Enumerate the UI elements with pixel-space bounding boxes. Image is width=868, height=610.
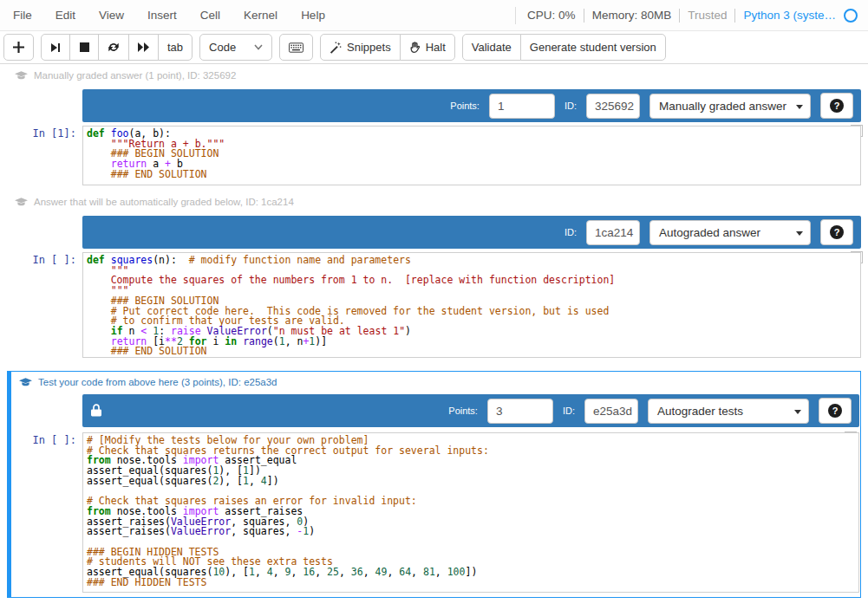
cell2-id-input[interactable] — [586, 220, 640, 245]
cell1-points-input[interactable] — [489, 94, 555, 119]
cell1-gradebar: Points: ID: Manually graded answer ? — [82, 89, 861, 122]
cell3-header-text: Test your code from above here (3 points… — [38, 377, 277, 387]
validate-label: Validate — [472, 41, 512, 54]
cell3-help-button[interactable]: ? — [819, 398, 852, 424]
run-all-button[interactable] — [128, 34, 159, 61]
status-divider — [515, 7, 516, 24]
refresh-icon — [108, 42, 120, 53]
cell1-input-prompt: In [1]: — [0, 127, 76, 140]
notebook-page: File Edit View Insert Cell Kernel Help C… — [0, 0, 868, 610]
cell1-help-button[interactable]: ? — [820, 93, 853, 119]
cell2-input-prompt: In [ ]: — [0, 254, 76, 266]
tab-button-label: tab — [167, 41, 183, 54]
cell2-gradebar: ID: Autograded answer ? — [82, 216, 861, 249]
generate-student-version-button[interactable]: Generate student version — [520, 34, 666, 61]
menu-insert[interactable]: Insert — [147, 9, 177, 22]
cell-type-dropdown[interactable]: Code — [199, 34, 272, 61]
add-cell-button[interactable] — [3, 34, 34, 61]
menu-view[interactable]: View — [99, 9, 124, 22]
cell2-header-text: Answer that will be automatically graded… — [34, 197, 294, 207]
cell1-id-input[interactable] — [586, 94, 640, 119]
menu-list: File Edit View Insert Cell Kernel Help — [0, 9, 515, 22]
cell1-grade-type-select[interactable]: Manually graded answer — [649, 94, 811, 119]
question-circle-icon: ? — [828, 404, 842, 418]
notebook-toolbar: tab Code — [0, 31, 868, 64]
cell2-grade-type-select[interactable]: Autograded answer — [649, 220, 811, 245]
caret-down-icon — [794, 410, 801, 414]
fast-forward-icon — [138, 42, 149, 52]
points-label: Points: — [448, 406, 478, 416]
generate-label: Generate student version — [530, 41, 656, 54]
interrupt-kernel-button[interactable] — [69, 34, 99, 61]
graduation-cap-icon — [15, 198, 28, 207]
status-divider — [734, 9, 735, 23]
validate-button[interactable]: Validate — [462, 34, 521, 61]
id-label: ID: — [563, 406, 575, 416]
cpu-status: CPU: 0% — [527, 9, 576, 22]
cell1-nbgrader-header: Manually graded answer (1 point), ID: 32… — [15, 70, 236, 81]
menu-bar: File Edit View Insert Cell Kernel Help C… — [0, 0, 868, 31]
tab-button[interactable]: tab — [158, 34, 193, 61]
halt-label: Halt — [426, 41, 446, 54]
cell3-selected-container[interactable]: Test your code from above here (3 points… — [7, 371, 861, 598]
id-label: ID: — [565, 227, 577, 237]
graduation-cap-icon — [15, 71, 28, 81]
graduation-cap-icon — [19, 378, 32, 387]
menu-help[interactable]: Help — [301, 9, 325, 22]
status-bar: CPU: 0% Memory: 80MB Trusted Python 3 (s… — [515, 7, 868, 24]
magic-wand-icon — [330, 42, 342, 54]
menu-edit[interactable]: Edit — [55, 9, 75, 22]
menu-file[interactable]: File — [13, 9, 32, 22]
status-divider — [584, 9, 584, 23]
run-cell-button[interactable] — [41, 34, 70, 61]
status-divider — [679, 9, 680, 23]
cell3-gradebar: Points: ID: Autograder tests ? — [82, 394, 859, 427]
cell2-nbgrader-header: Answer that will be automatically graded… — [15, 197, 294, 207]
cell1-code-editor[interactable]: def foo(a, b): """Return a + b.""" ### B… — [82, 126, 861, 185]
restart-kernel-button[interactable] — [98, 34, 129, 61]
caret-down-icon — [796, 231, 803, 236]
lock-icon — [91, 404, 101, 417]
chevron-down-icon — [254, 44, 263, 50]
cell3-nbgrader-header: Test your code from above here (3 points… — [19, 377, 277, 387]
kernel-name[interactable]: Python 3 (syste… — [743, 9, 836, 22]
cell2-grade-type-value: Autograded answer — [659, 226, 760, 239]
cell3-grade-type-select[interactable]: Autograder tests — [648, 399, 809, 424]
points-label: Points: — [450, 101, 480, 111]
id-label: ID: — [565, 101, 577, 111]
caret-down-icon — [796, 105, 803, 109]
plus-icon — [13, 42, 24, 53]
cell2-help-button[interactable]: ? — [820, 219, 853, 245]
kernel-status-icon[interactable] — [844, 9, 858, 23]
cell3-input-prompt: In [ ]: — [11, 434, 76, 446]
step-forward-icon — [50, 42, 61, 53]
cell3-code-editor[interactable]: # [Modify the tests below for your own p… — [82, 432, 859, 593]
question-circle-icon: ? — [830, 99, 844, 113]
cell1-grade-type-value: Manually graded answer — [659, 100, 786, 113]
keyboard-button[interactable] — [279, 34, 313, 61]
cell3-id-input[interactable] — [584, 399, 638, 424]
cell-type-label: Code — [209, 41, 236, 54]
menu-cell[interactable]: Cell — [200, 9, 220, 22]
cell3-points-input[interactable] — [487, 399, 553, 424]
cell3-grade-type-value: Autograder tests — [657, 405, 743, 418]
menu-kernel[interactable]: Kernel — [244, 9, 277, 22]
snippets-label: Snippets — [347, 41, 391, 54]
stop-icon — [80, 42, 89, 52]
cell1-header-text: Manually graded answer (1 point), ID: 32… — [34, 70, 236, 81]
cell2-code-editor[interactable]: def squares(n): # modify function name a… — [82, 252, 861, 358]
halt-button[interactable]: Halt — [400, 34, 455, 61]
question-circle-icon: ? — [830, 225, 844, 239]
trusted-badge: Trusted — [688, 9, 727, 22]
memory-status[interactable]: Memory: 80MB — [592, 9, 672, 22]
snippets-button[interactable]: Snippets — [320, 34, 401, 61]
keyboard-icon — [289, 42, 303, 53]
hand-icon — [409, 42, 421, 54]
